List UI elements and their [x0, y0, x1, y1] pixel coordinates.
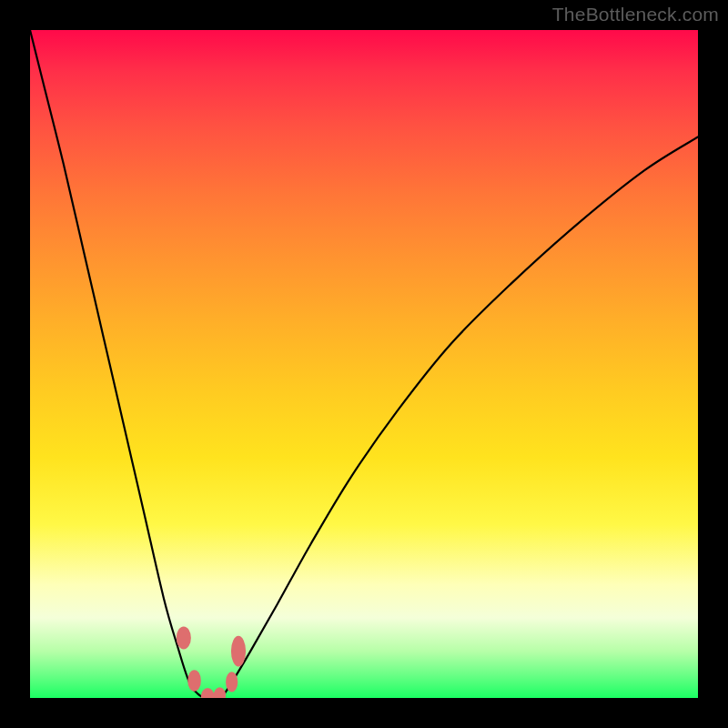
- marker-layer: [177, 626, 246, 698]
- curve-marker: [201, 688, 215, 698]
- curve-marker: [177, 626, 191, 649]
- curve-marker: [187, 670, 201, 691]
- bottleneck-plot: [30, 30, 698, 698]
- curve-marker: [214, 687, 226, 698]
- plot-svg: [30, 30, 698, 698]
- curve-marker: [226, 672, 238, 692]
- curve-marker: [231, 636, 246, 667]
- curve-layer: [30, 30, 698, 698]
- attribution-text: TheBottleneck.com: [552, 4, 719, 25]
- bottleneck-curve: [30, 30, 698, 698]
- outer-frame: TheBottleneck.com: [0, 0, 728, 728]
